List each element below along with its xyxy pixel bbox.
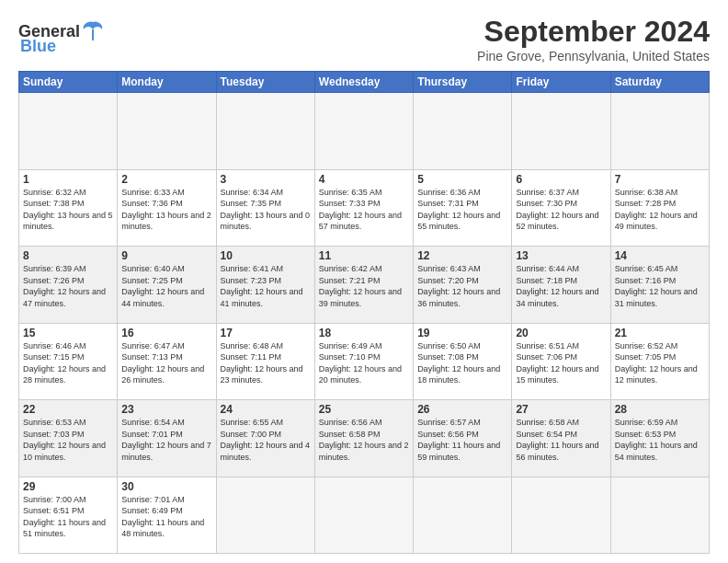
table-row: 28Sunrise: 6:59 AM Sunset: 6:53 PM Dayli… (610, 400, 709, 477)
table-row: 29Sunrise: 7:00 AM Sunset: 6:51 PM Dayli… (19, 477, 118, 554)
day-info: Sunrise: 6:58 AM Sunset: 6:54 PM Dayligh… (516, 417, 606, 463)
calendar-week-row: 29Sunrise: 7:00 AM Sunset: 6:51 PM Dayli… (19, 477, 710, 554)
logo: General Blue (18, 18, 106, 56)
day-info: Sunrise: 6:33 AM Sunset: 7:36 PM Dayligh… (121, 187, 211, 233)
day-info: Sunrise: 6:52 AM Sunset: 7:05 PM Dayligh… (615, 340, 705, 386)
table-row: 11Sunrise: 6:42 AM Sunset: 7:21 PM Dayli… (314, 247, 413, 324)
day-number: 16 (121, 327, 211, 339)
table-row: 14Sunrise: 6:45 AM Sunset: 7:16 PM Dayli… (610, 247, 709, 324)
table-row: 3Sunrise: 6:34 AM Sunset: 7:35 PM Daylig… (216, 169, 314, 247)
table-row (19, 93, 118, 170)
table-row (414, 477, 512, 554)
table-row: 18Sunrise: 6:49 AM Sunset: 7:10 PM Dayli… (314, 323, 413, 400)
page: General Blue September 2024 Pine Grove, … (0, 0, 728, 563)
table-row: 15Sunrise: 6:46 AM Sunset: 7:15 PM Dayli… (19, 323, 118, 400)
calendar-week-row: 15Sunrise: 6:46 AM Sunset: 7:15 PM Dayli… (19, 323, 710, 400)
day-number: 23 (121, 403, 211, 416)
title-area: September 2024 Pine Grove, Pennsylvania,… (477, 15, 710, 63)
day-number: 8 (23, 249, 113, 262)
day-info: Sunrise: 6:51 AM Sunset: 7:06 PM Dayligh… (516, 340, 606, 386)
table-row (512, 93, 610, 170)
day-number: 29 (23, 480, 113, 493)
table-row: 5Sunrise: 6:36 AM Sunset: 7:31 PM Daylig… (414, 169, 512, 247)
day-info: Sunrise: 6:57 AM Sunset: 6:56 PM Dayligh… (417, 417, 507, 463)
day-number: 6 (516, 173, 606, 186)
month-title: September 2024 (477, 15, 710, 49)
day-number: 21 (615, 327, 705, 339)
header: General Blue September 2024 Pine Grove, … (18, 15, 710, 63)
day-info: Sunrise: 6:37 AM Sunset: 7:30 PM Dayligh… (516, 187, 606, 233)
day-number: 24 (221, 403, 311, 416)
day-number: 5 (417, 173, 507, 186)
table-row: 21Sunrise: 6:52 AM Sunset: 7:05 PM Dayli… (610, 323, 709, 400)
col-wednesday: Wednesday (314, 72, 413, 93)
day-info: Sunrise: 6:49 AM Sunset: 7:10 PM Dayligh… (319, 340, 409, 386)
col-tuesday: Tuesday (216, 72, 314, 93)
table-row (314, 93, 413, 170)
calendar-header-row: Sunday Monday Tuesday Wednesday Thursday… (19, 72, 710, 93)
col-friday: Friday (512, 72, 610, 93)
day-number: 7 (615, 173, 705, 186)
table-row: 25Sunrise: 6:56 AM Sunset: 6:58 PM Dayli… (314, 400, 413, 477)
table-row (216, 93, 314, 170)
calendar-week-row: 8Sunrise: 6:39 AM Sunset: 7:26 PM Daylig… (19, 247, 710, 324)
table-row: 16Sunrise: 6:47 AM Sunset: 7:13 PM Dayli… (118, 323, 216, 400)
table-row: 13Sunrise: 6:44 AM Sunset: 7:18 PM Dayli… (512, 247, 610, 324)
day-info: Sunrise: 6:55 AM Sunset: 7:00 PM Dayligh… (221, 417, 311, 463)
day-number: 2 (121, 173, 211, 186)
table-row (414, 93, 512, 170)
day-info: Sunrise: 6:47 AM Sunset: 7:13 PM Dayligh… (121, 340, 211, 386)
table-row: 8Sunrise: 6:39 AM Sunset: 7:26 PM Daylig… (19, 247, 118, 324)
day-info: Sunrise: 6:48 AM Sunset: 7:11 PM Dayligh… (221, 340, 311, 386)
day-info: Sunrise: 6:59 AM Sunset: 6:53 PM Dayligh… (615, 417, 705, 463)
logo-bird-icon (80, 18, 106, 44)
day-number: 19 (417, 327, 507, 339)
table-row: 17Sunrise: 6:48 AM Sunset: 7:11 PM Dayli… (216, 323, 314, 400)
day-number: 26 (417, 403, 507, 416)
col-thursday: Thursday (414, 72, 512, 93)
day-info: Sunrise: 6:53 AM Sunset: 7:03 PM Dayligh… (23, 417, 113, 463)
table-row (216, 477, 314, 554)
table-row: 20Sunrise: 6:51 AM Sunset: 7:06 PM Dayli… (512, 323, 610, 400)
table-row: 19Sunrise: 6:50 AM Sunset: 7:08 PM Dayli… (414, 323, 512, 400)
day-number: 4 (319, 173, 409, 186)
col-monday: Monday (118, 72, 216, 93)
day-info: Sunrise: 6:32 AM Sunset: 7:38 PM Dayligh… (23, 187, 113, 233)
day-number: 11 (319, 249, 409, 262)
day-info: Sunrise: 6:44 AM Sunset: 7:18 PM Dayligh… (516, 263, 606, 309)
day-number: 28 (615, 403, 705, 416)
table-row: 23Sunrise: 6:54 AM Sunset: 7:01 PM Dayli… (118, 400, 216, 477)
day-info: Sunrise: 6:46 AM Sunset: 7:15 PM Dayligh… (23, 340, 113, 386)
day-info: Sunrise: 6:35 AM Sunset: 7:33 PM Dayligh… (319, 187, 409, 233)
day-info: Sunrise: 6:41 AM Sunset: 7:23 PM Dayligh… (221, 263, 311, 309)
day-info: Sunrise: 7:01 AM Sunset: 6:49 PM Dayligh… (121, 494, 211, 540)
table-row: 30Sunrise: 7:01 AM Sunset: 6:49 PM Dayli… (118, 477, 216, 554)
day-info: Sunrise: 6:54 AM Sunset: 7:01 PM Dayligh… (121, 417, 211, 463)
day-number: 22 (23, 403, 113, 416)
calendar-week-row: 1Sunrise: 6:32 AM Sunset: 7:38 PM Daylig… (19, 169, 710, 247)
day-info: Sunrise: 6:38 AM Sunset: 7:28 PM Dayligh… (615, 187, 705, 233)
day-number: 15 (23, 327, 113, 339)
day-info: Sunrise: 7:00 AM Sunset: 6:51 PM Dayligh… (23, 494, 113, 540)
table-row (118, 93, 216, 170)
day-number: 14 (615, 249, 705, 262)
day-info: Sunrise: 6:42 AM Sunset: 7:21 PM Dayligh… (319, 263, 409, 309)
table-row: 12Sunrise: 6:43 AM Sunset: 7:20 PM Dayli… (414, 247, 512, 324)
table-row: 6Sunrise: 6:37 AM Sunset: 7:30 PM Daylig… (512, 169, 610, 247)
table-row: 27Sunrise: 6:58 AM Sunset: 6:54 PM Dayli… (512, 400, 610, 477)
location-subtitle: Pine Grove, Pennsylvania, United States (477, 49, 710, 63)
day-number: 10 (221, 249, 311, 262)
day-number: 17 (221, 327, 311, 339)
table-row: 1Sunrise: 6:32 AM Sunset: 7:38 PM Daylig… (19, 169, 118, 247)
day-info: Sunrise: 6:56 AM Sunset: 6:58 PM Dayligh… (319, 417, 409, 463)
day-info: Sunrise: 6:50 AM Sunset: 7:08 PM Dayligh… (417, 340, 507, 386)
table-row (512, 477, 610, 554)
day-number: 20 (516, 327, 606, 339)
day-info: Sunrise: 6:34 AM Sunset: 7:35 PM Dayligh… (221, 187, 311, 233)
day-info: Sunrise: 6:45 AM Sunset: 7:16 PM Dayligh… (615, 263, 705, 309)
table-row (610, 477, 709, 554)
calendar-week-row: 22Sunrise: 6:53 AM Sunset: 7:03 PM Dayli… (19, 400, 710, 477)
table-row: 26Sunrise: 6:57 AM Sunset: 6:56 PM Dayli… (414, 400, 512, 477)
day-number: 3 (221, 173, 311, 186)
day-info: Sunrise: 6:43 AM Sunset: 7:20 PM Dayligh… (417, 263, 507, 309)
